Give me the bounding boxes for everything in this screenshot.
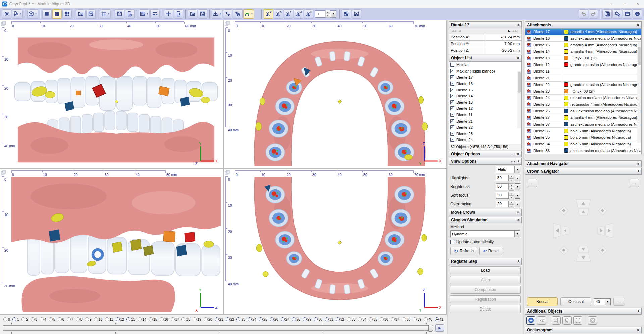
step-radio-18[interactable]: 18 — [181, 317, 190, 321]
step-radio-41[interactable]: 41 — [435, 317, 443, 321]
step-radio-3[interactable]: 3 — [31, 317, 37, 321]
gingiva-header[interactable]: Gingiva Simulation» — [449, 217, 522, 223]
load-button[interactable]: Load — [450, 266, 521, 274]
crown-size-select[interactable]: 40▼ — [594, 298, 611, 305]
step-radio-35[interactable]: 35 — [369, 317, 377, 321]
object-checkbox[interactable] — [450, 63, 454, 67]
step-radio-6[interactable]: 6 — [58, 317, 64, 321]
attachment-row-diente-12[interactable]: Diente 12grande extrusion (Alineadores N… — [525, 61, 641, 68]
spin-down-icon[interactable]: ▼ — [509, 178, 514, 182]
export-document-button[interactable] — [174, 9, 183, 19]
object-checkbox[interactable]: ✓ — [450, 100, 454, 104]
attachment-row-diente-14[interactable]: Diente 14amarilla 4 mm (Alineadores Nica… — [525, 48, 641, 55]
spin-up-icon[interactable]: ▲ — [509, 183, 514, 187]
help-button[interactable]: ? — [633, 9, 642, 19]
update-automatically-checkbox[interactable] — [450, 240, 454, 244]
attachment-row-diente-24[interactable]: Diente 24extrucion mediano (Alineadores … — [525, 95, 641, 101]
step-radio-20[interactable]: 20 — [204, 317, 212, 321]
attachment-row-diente-23[interactable]: Diente 23_Onyx_08 (2I) — [525, 88, 641, 95]
step-radio-22[interactable]: 22 — [226, 317, 234, 321]
viewport-lateral-view[interactable]: 01020304050 mm0102030 mmYZX — [0, 169, 223, 314]
object-list-item[interactable]: ✓Diente 25 — [449, 143, 521, 144]
step-radio-33[interactable]: 33 — [347, 317, 356, 321]
redo-button[interactable] — [589, 9, 598, 19]
step-radio-40[interactable]: 40 — [424, 317, 432, 321]
spinner-dropdown[interactable]: ▼ — [515, 192, 520, 199]
prev-tooth-icon[interactable]: ◀ — [458, 29, 461, 33]
step-radio-1[interactable]: 1 — [12, 317, 19, 321]
attachment-row-diente-13[interactable]: Diente 13_Onyx_08L (2I) — [525, 55, 641, 62]
attachment-row-diente-27[interactable]: Diente 27amarilla 4 mm (Alineadores Nica… — [525, 114, 641, 121]
step-radio-32[interactable]: 32 — [336, 317, 344, 321]
spin-down-icon[interactable]: ▼ — [509, 187, 514, 191]
object-list-item[interactable]: ✓Diente 17 — [449, 74, 521, 81]
object-list-item[interactable]: ✓Diente 22 — [449, 124, 521, 131]
spin-up-icon[interactable]: ▲ — [326, 10, 330, 14]
gingiva-method-select[interactable]: Dynamic▼ — [450, 230, 520, 237]
viewport-frontal-view[interactable]: 0102030405060 mm010203040 mmYXZ — [0, 20, 223, 168]
object-list-header[interactable]: Object List» — [449, 55, 522, 61]
clip-curve-button[interactable]: ∩ — [304, 9, 313, 19]
rename-object-button[interactable] — [552, 316, 561, 325]
crown-prev-button[interactable]: ← — [528, 179, 537, 187]
occlusogram-header[interactable]: Occlusogram» — [525, 327, 642, 333]
object-checkbox[interactable]: ✓ — [450, 94, 454, 98]
delete-object-button[interactable] — [588, 316, 597, 325]
step-radio-9[interactable]: 9 — [85, 317, 92, 321]
value-spinner[interactable]: 50▲▼▼ — [496, 183, 520, 190]
attachment-row-diente-26[interactable]: Diente 26azul extrusion mediano (Alinead… — [525, 108, 641, 114]
contrast-checker-button[interactable] — [342, 9, 351, 19]
register-step-header[interactable]: Register Step» — [449, 258, 522, 265]
new-finding-button[interactable] — [2, 9, 11, 19]
attachment-navigator-header[interactable]: Attachment Navigator» — [525, 160, 642, 167]
value-spinner[interactable]: 50▲▼▼ — [496, 175, 520, 181]
scene-lateral-teeth[interactable] — [11, 177, 221, 313]
step-radio-29[interactable]: 29 — [303, 317, 311, 321]
clip-bracket-button[interactable] — [352, 9, 361, 19]
viewport-upper-occlusal-view[interactable]: 010203040506070 mm010203040 mmZXY — [224, 20, 446, 168]
crosshair-button[interactable] — [164, 9, 173, 19]
clip-z-button[interactable]: Z — [294, 9, 303, 19]
report-document-button[interactable] — [125, 9, 135, 19]
comparison-button[interactable]: Comparison — [450, 286, 521, 294]
step-radio-0[interactable]: 0 — [3, 317, 10, 321]
attachment-row-diente-21[interactable]: Diente 21 — [525, 75, 641, 82]
load-project-button[interactable] — [76, 9, 86, 19]
attachment-row-diente-15[interactable]: Diente 15amarilla 4 mm (Alineadores Nica… — [525, 42, 641, 48]
step-radio-11[interactable]: 11 — [105, 317, 113, 321]
object-list-item[interactable]: ✓Diente 11 — [449, 112, 521, 118]
spin-up-icon[interactable]: ▲ — [509, 175, 514, 178]
crown-more-button[interactable]: ... — [613, 298, 625, 306]
object-checkbox[interactable]: ✓ — [450, 125, 454, 129]
delete-button[interactable]: Delete — [450, 305, 521, 313]
spin-up-icon[interactable]: ▲ — [509, 192, 514, 196]
spin-down-icon[interactable]: ▼ — [509, 204, 514, 208]
object-list-item[interactable]: Maxilar — [449, 62, 521, 68]
object-checkbox[interactable]: ✓ — [450, 82, 454, 86]
object-list-item[interactable]: ✓Diente 23 — [449, 131, 521, 137]
more-options-icon[interactable]: ··· — [511, 152, 515, 156]
additional-objects-header[interactable]: Additional Objects» — [525, 308, 642, 315]
play-animation-button[interactable]: ▶ — [435, 324, 444, 332]
step-radio-5[interactable]: 5 — [49, 317, 55, 321]
settings-button[interactable] — [612, 9, 622, 19]
object-list-item[interactable]: ✓Maxilar (Tejido blando) — [449, 68, 521, 75]
value-spinner[interactable]: 20▲▼▼ — [496, 201, 520, 207]
attachment-row-diente-22[interactable]: Diente 22grande extrusion (Alineadores N… — [525, 82, 641, 88]
attachment-row-diente-33[interactable]: Diente 33azul extrusion mediano (Alinead… — [525, 147, 641, 154]
step-radio-26[interactable]: 26 — [270, 317, 278, 321]
object-checkbox[interactable]: ✓ — [450, 138, 454, 142]
buccal-button[interactable]: Buccal — [527, 297, 558, 306]
object-list-item[interactable]: ✓Diente 24 — [449, 137, 521, 143]
viewport-lower-occlusal-view[interactable]: 010203040506070 mm010203040 mmZXY — [224, 169, 446, 314]
step-radio-23[interactable]: 23 — [236, 317, 245, 321]
attachment-row-diente-36[interactable]: Diente 36bola 5 mm (Alineadores Nicaragu… — [525, 128, 641, 134]
spinner-dropdown[interactable]: ▼ — [515, 175, 520, 181]
first-tooth-icon[interactable]: |◀◀ — [451, 29, 456, 33]
tooth-panel-header[interactable]: Diente 17» — [449, 21, 522, 28]
align-button[interactable]: Align — [450, 276, 521, 284]
move-crown-header[interactable]: Move Crown» — [449, 209, 522, 216]
crown-navigator-header[interactable]: Crown Navigator» — [525, 168, 642, 175]
attachment-row-diente-17[interactable]: Diente 17amarilla 4 mm (Alineadores Nica… — [525, 29, 641, 35]
object-checkbox[interactable]: ✓ — [450, 88, 454, 92]
